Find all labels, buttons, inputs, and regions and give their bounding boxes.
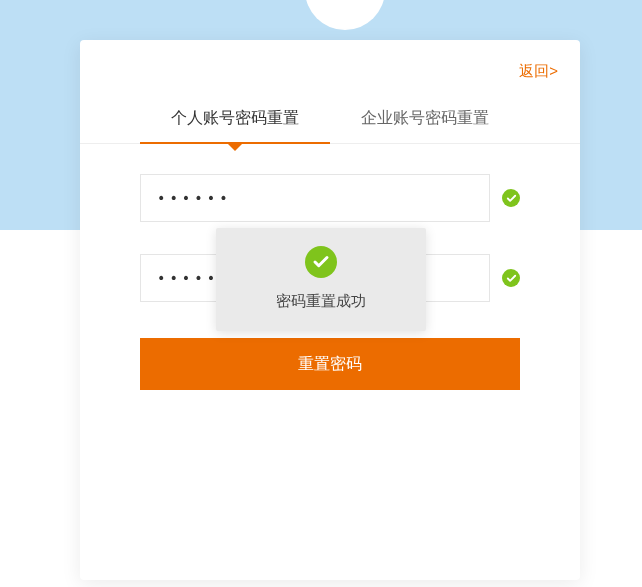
tab-enterprise-label: 企业账号密码重置 — [361, 109, 489, 126]
tabs-container: 个人账号密码重置 企业账号密码重置 — [80, 108, 580, 144]
tab-personal[interactable]: 个人账号密码重置 — [140, 108, 330, 143]
tab-active-arrow-icon — [227, 143, 243, 151]
password-input-1[interactable] — [140, 174, 490, 222]
checkmark-icon — [502, 189, 520, 207]
tab-personal-label: 个人账号密码重置 — [171, 109, 299, 126]
tab-enterprise[interactable]: 企业账号密码重置 — [330, 108, 520, 143]
reset-password-button[interactable]: 重置密码 — [140, 338, 520, 390]
back-link[interactable]: 返回> — [519, 62, 558, 81]
success-checkmark-icon — [305, 246, 337, 278]
checkmark-icon — [502, 269, 520, 287]
password-row-1 — [140, 174, 520, 222]
toast-message: 密码重置成功 — [216, 292, 426, 311]
success-toast: 密码重置成功 — [216, 228, 426, 331]
